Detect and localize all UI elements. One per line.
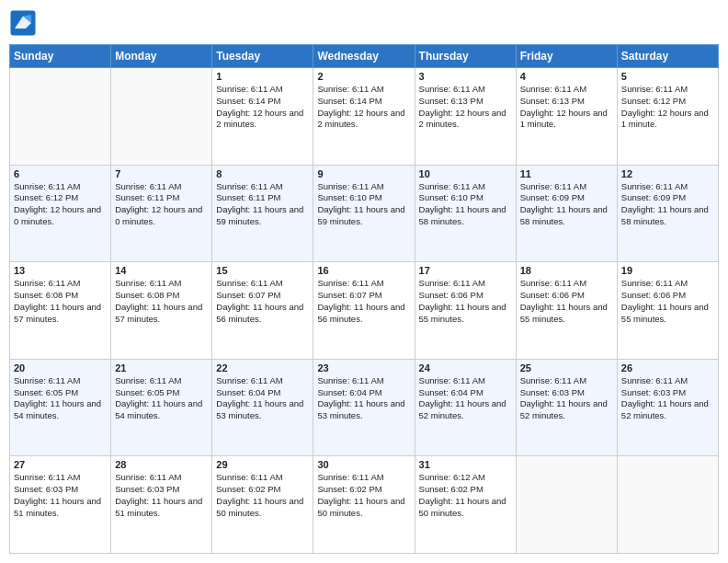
day-info: Sunrise: 6:11 AM Sunset: 6:07 PM Dayligh…: [216, 278, 309, 325]
day-number: 14: [115, 265, 208, 276]
day-number: 30: [317, 459, 410, 470]
day-info: Sunrise: 6:11 AM Sunset: 6:06 PM Dayligh…: [419, 278, 512, 325]
calendar-cell: 15Sunrise: 6:11 AM Sunset: 6:07 PM Dayli…: [212, 262, 313, 360]
day-number: 24: [419, 362, 512, 373]
calendar-cell: [10, 68, 111, 166]
calendar-table: SundayMondayTuesdayWednesdayThursdayFrid…: [9, 44, 719, 554]
day-info: Sunrise: 6:11 AM Sunset: 6:02 PM Dayligh…: [317, 472, 410, 519]
day-info: Sunrise: 6:11 AM Sunset: 6:07 PM Dayligh…: [317, 278, 410, 325]
day-number: 21: [115, 362, 208, 373]
day-info: Sunrise: 6:11 AM Sunset: 6:11 PM Dayligh…: [115, 181, 208, 228]
day-info: Sunrise: 6:11 AM Sunset: 6:04 PM Dayligh…: [419, 375, 512, 422]
day-info: Sunrise: 6:11 AM Sunset: 6:10 PM Dayligh…: [317, 181, 410, 228]
calendar-cell: 8Sunrise: 6:11 AM Sunset: 6:11 PM Daylig…: [212, 165, 313, 262]
day-number: 22: [216, 362, 309, 373]
day-number: 8: [216, 168, 309, 179]
day-number: 3: [419, 71, 512, 82]
calendar-cell: 7Sunrise: 6:11 AM Sunset: 6:11 PM Daylig…: [111, 165, 212, 262]
day-number: 23: [317, 362, 410, 373]
day-number: 18: [520, 265, 613, 276]
logo: [9, 9, 39, 37]
day-info: Sunrise: 6:11 AM Sunset: 6:13 PM Dayligh…: [520, 84, 613, 131]
day-info: Sunrise: 6:12 AM Sunset: 6:02 PM Dayligh…: [419, 472, 512, 519]
calendar-cell: 4Sunrise: 6:11 AM Sunset: 6:13 PM Daylig…: [516, 68, 617, 166]
calendar-cell: 27Sunrise: 6:11 AM Sunset: 6:03 PM Dayli…: [10, 456, 111, 554]
calendar-cell: 21Sunrise: 6:11 AM Sunset: 6:05 PM Dayli…: [111, 359, 212, 456]
calendar-header-wednesday: Wednesday: [313, 45, 415, 68]
day-info: Sunrise: 6:11 AM Sunset: 6:13 PM Dayligh…: [419, 84, 512, 131]
calendar-header-tuesday: Tuesday: [212, 45, 313, 68]
day-info: Sunrise: 6:11 AM Sunset: 6:05 PM Dayligh…: [115, 375, 208, 422]
calendar-cell: 20Sunrise: 6:11 AM Sunset: 6:05 PM Dayli…: [10, 359, 111, 456]
calendar-cell: 19Sunrise: 6:11 AM Sunset: 6:06 PM Dayli…: [617, 262, 718, 360]
logo-icon: [9, 9, 37, 37]
day-info: Sunrise: 6:11 AM Sunset: 6:06 PM Dayligh…: [621, 278, 714, 325]
day-number: 15: [216, 265, 309, 276]
day-info: Sunrise: 6:11 AM Sunset: 6:08 PM Dayligh…: [14, 278, 107, 325]
calendar-cell: 25Sunrise: 6:11 AM Sunset: 6:03 PM Dayli…: [516, 359, 617, 456]
day-number: 11: [520, 168, 613, 179]
calendar-cell: 13Sunrise: 6:11 AM Sunset: 6:08 PM Dayli…: [10, 262, 111, 360]
day-number: 9: [317, 168, 410, 179]
calendar-cell: 1Sunrise: 6:11 AM Sunset: 6:14 PM Daylig…: [212, 68, 313, 166]
calendar-header-sunday: Sunday: [10, 45, 111, 68]
day-info: Sunrise: 6:11 AM Sunset: 6:02 PM Dayligh…: [216, 472, 309, 519]
calendar-cell: 6Sunrise: 6:11 AM Sunset: 6:12 PM Daylig…: [10, 165, 111, 262]
day-info: Sunrise: 6:11 AM Sunset: 6:03 PM Dayligh…: [14, 472, 107, 519]
day-info: Sunrise: 6:11 AM Sunset: 6:10 PM Dayligh…: [419, 181, 512, 228]
day-info: Sunrise: 6:11 AM Sunset: 6:04 PM Dayligh…: [216, 375, 309, 422]
calendar-week-3: 13Sunrise: 6:11 AM Sunset: 6:08 PM Dayli…: [10, 262, 719, 360]
day-number: 28: [115, 459, 208, 470]
calendar-cell: 2Sunrise: 6:11 AM Sunset: 6:14 PM Daylig…: [313, 68, 415, 166]
day-number: 25: [520, 362, 613, 373]
day-number: 12: [621, 168, 714, 179]
day-info: Sunrise: 6:11 AM Sunset: 6:03 PM Dayligh…: [520, 375, 613, 422]
day-number: 10: [419, 168, 512, 179]
header: [9, 9, 719, 37]
calendar-header-thursday: Thursday: [415, 45, 516, 68]
calendar-header-row: SundayMondayTuesdayWednesdayThursdayFrid…: [10, 45, 719, 68]
day-info: Sunrise: 6:11 AM Sunset: 6:03 PM Dayligh…: [621, 375, 714, 422]
day-number: 6: [14, 168, 107, 179]
calendar-cell: 3Sunrise: 6:11 AM Sunset: 6:13 PM Daylig…: [415, 68, 516, 166]
calendar-week-1: 1Sunrise: 6:11 AM Sunset: 6:14 PM Daylig…: [10, 68, 719, 166]
day-info: Sunrise: 6:11 AM Sunset: 6:14 PM Dayligh…: [317, 84, 410, 131]
calendar-cell: 12Sunrise: 6:11 AM Sunset: 6:09 PM Dayli…: [617, 165, 718, 262]
calendar-cell: [516, 456, 617, 554]
calendar-cell: 26Sunrise: 6:11 AM Sunset: 6:03 PM Dayli…: [617, 359, 718, 456]
calendar-header-saturday: Saturday: [617, 45, 718, 68]
day-number: 26: [621, 362, 714, 373]
day-number: 20: [14, 362, 107, 373]
calendar-cell: [111, 68, 212, 166]
calendar-cell: 29Sunrise: 6:11 AM Sunset: 6:02 PM Dayli…: [212, 456, 313, 554]
day-number: 16: [317, 265, 410, 276]
calendar-cell: 5Sunrise: 6:11 AM Sunset: 6:12 PM Daylig…: [617, 68, 718, 166]
calendar-cell: 11Sunrise: 6:11 AM Sunset: 6:09 PM Dayli…: [516, 165, 617, 262]
calendar-cell: 14Sunrise: 6:11 AM Sunset: 6:08 PM Dayli…: [111, 262, 212, 360]
calendar-week-4: 20Sunrise: 6:11 AM Sunset: 6:05 PM Dayli…: [10, 359, 719, 456]
day-number: 27: [14, 459, 107, 470]
day-number: 5: [621, 71, 714, 82]
day-info: Sunrise: 6:11 AM Sunset: 6:11 PM Dayligh…: [216, 181, 309, 228]
calendar-cell: 30Sunrise: 6:11 AM Sunset: 6:02 PM Dayli…: [313, 456, 415, 554]
calendar-header-monday: Monday: [111, 45, 212, 68]
calendar-cell: [617, 456, 718, 554]
day-number: 29: [216, 459, 309, 470]
day-number: 31: [419, 459, 512, 470]
day-info: Sunrise: 6:11 AM Sunset: 6:04 PM Dayligh…: [317, 375, 410, 422]
day-info: Sunrise: 6:11 AM Sunset: 6:03 PM Dayligh…: [115, 472, 208, 519]
day-info: Sunrise: 6:11 AM Sunset: 6:09 PM Dayligh…: [621, 181, 714, 228]
day-number: 17: [419, 265, 512, 276]
day-number: 7: [115, 168, 208, 179]
day-info: Sunrise: 6:11 AM Sunset: 6:12 PM Dayligh…: [14, 181, 107, 228]
calendar-cell: 31Sunrise: 6:12 AM Sunset: 6:02 PM Dayli…: [415, 456, 516, 554]
day-info: Sunrise: 6:11 AM Sunset: 6:12 PM Dayligh…: [621, 84, 714, 131]
calendar-cell: 9Sunrise: 6:11 AM Sunset: 6:10 PM Daylig…: [313, 165, 415, 262]
calendar-cell: 24Sunrise: 6:11 AM Sunset: 6:04 PM Dayli…: [415, 359, 516, 456]
day-number: 4: [520, 71, 613, 82]
calendar-cell: 10Sunrise: 6:11 AM Sunset: 6:10 PM Dayli…: [415, 165, 516, 262]
day-number: 13: [14, 265, 107, 276]
calendar-cell: 23Sunrise: 6:11 AM Sunset: 6:04 PM Dayli…: [313, 359, 415, 456]
calendar-week-5: 27Sunrise: 6:11 AM Sunset: 6:03 PM Dayli…: [10, 456, 719, 554]
calendar-week-2: 6Sunrise: 6:11 AM Sunset: 6:12 PM Daylig…: [10, 165, 719, 262]
